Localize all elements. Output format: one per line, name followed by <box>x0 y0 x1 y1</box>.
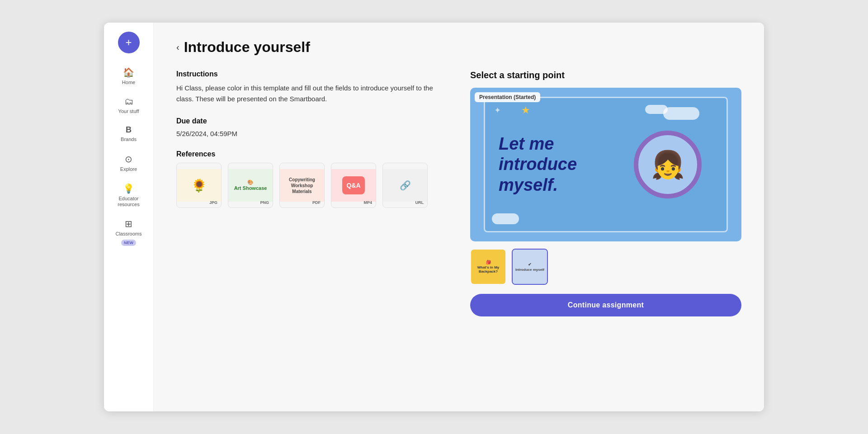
reference-pdf[interactable]: Copywriting Workshop Materials PDF <box>279 163 325 208</box>
explore-icon: ⊙ <box>125 154 132 165</box>
thumbnail-yellow-content: 🎒What's in My Backpack? <box>471 250 505 284</box>
back-button[interactable]: ‹ <box>176 42 179 52</box>
classrooms-new-badge: NEW <box>121 240 136 246</box>
brands-icon: B <box>126 125 132 135</box>
presentation-inner: ✦ ★ Let me introduce myself. 👧 <box>484 97 728 232</box>
sidebar-item-educator-resources[interactable]: 💡 Educator resources <box>108 179 149 212</box>
continue-assignment-button[interactable]: Continue assignment <box>470 294 741 316</box>
ref-url-type: URL <box>415 200 424 205</box>
main-content: ‹ Introduce yourself Instructions Hi Cla… <box>154 23 764 411</box>
page-title: Introduce yourself <box>184 39 310 56</box>
ref-pdf-thumbnail: Copywriting Workshop Materials <box>280 169 324 202</box>
reference-url[interactable]: 🔗 URL <box>382 163 428 208</box>
sidebar-item-home[interactable]: 🏠 Home <box>108 62 149 90</box>
presentation-text: Let me introduce myself. <box>499 134 617 196</box>
left-panel: Instructions Hi Class, please color in t… <box>176 70 443 208</box>
reference-mp4[interactable]: Q&A MP4 <box>331 163 376 208</box>
thumbnail-blue-content: ✔Introduce myself <box>513 250 547 284</box>
due-date-label: Due date <box>176 117 443 125</box>
thumbnail-blue[interactable]: ✔Introduce myself <box>512 249 548 285</box>
character-area: 👧 <box>623 107 713 222</box>
right-panel: Select a starting point Presentation (St… <box>470 70 741 316</box>
ref-url-thumbnail: 🔗 <box>383 169 427 202</box>
instructions-text: Hi Class, please color in this template … <box>176 83 443 104</box>
sidebar-item-brands-label: Brands <box>121 137 137 142</box>
reference-jpg[interactable]: 🌻 JPG <box>176 163 222 208</box>
reference-png[interactable]: 🎨Art Showcase PNG <box>228 163 273 208</box>
sidebar-item-classrooms-label: Classrooms <box>115 231 142 237</box>
character-face: 👧 <box>651 149 685 181</box>
your-stuff-icon: 🗂 <box>124 96 133 107</box>
sidebar-item-classrooms[interactable]: ⊞ Classrooms NEW <box>108 214 149 250</box>
references-grid: 🌻 JPG 🎨Art Showcase PNG Co <box>176 163 443 208</box>
magnifier: 👧 <box>634 131 702 198</box>
ref-png-thumbnail: 🎨Art Showcase <box>228 169 273 202</box>
cloud-deco-1 <box>492 213 519 224</box>
star-deco-2: ★ <box>521 104 530 116</box>
add-button[interactable]: + <box>118 32 140 53</box>
star-deco-1: ✦ <box>494 105 501 115</box>
thumbnails-row: 🎒What's in My Backpack? ✔Introduce mysel… <box>470 249 741 285</box>
home-icon: 🏠 <box>123 67 134 78</box>
due-date-value: 5/26/2024, 04:59PM <box>176 130 443 137</box>
classrooms-icon: ⊞ <box>125 218 132 229</box>
instructions-label: Instructions <box>176 70 443 78</box>
sidebar-item-your-stuff[interactable]: 🗂 Your stuff <box>108 92 149 119</box>
starting-point-title: Select a starting point <box>470 70 741 80</box>
references-label: References <box>176 150 443 158</box>
ref-jpg-type: JPG <box>209 200 217 205</box>
content-layout: Instructions Hi Class, please color in t… <box>176 70 741 316</box>
qa-icon: Q&A <box>342 176 365 194</box>
ref-png-type: PNG <box>260 200 269 205</box>
ref-pdf-type: PDF <box>312 200 321 205</box>
sidebar-item-explore-label: Explore <box>120 166 137 172</box>
sidebar-item-educator-resources-label: Educator resources <box>112 196 146 208</box>
sidebar-item-home-label: Home <box>122 80 135 85</box>
presentation-card: ✦ ★ Let me introduce myself. 👧 <box>470 88 741 241</box>
ref-mp4-type: MP4 <box>363 200 372 205</box>
plus-icon: + <box>125 37 132 48</box>
page-header: ‹ Introduce yourself <box>176 39 741 56</box>
sidebar-item-your-stuff-label: Your stuff <box>118 108 139 114</box>
thumbnail-yellow[interactable]: 🎒What's in My Backpack? <box>470 249 506 285</box>
educator-resources-icon: 💡 <box>123 183 134 194</box>
ref-mp4-thumbnail: Q&A <box>331 169 376 202</box>
sidebar-item-brands[interactable]: B Brands <box>108 121 149 147</box>
main-preview: Presentation (Started) ✦ ★ Let me introd… <box>470 88 741 241</box>
preview-label: Presentation (Started) <box>475 92 540 102</box>
ref-jpg-thumbnail: 🌻 <box>177 169 221 202</box>
sidebar-item-explore[interactable]: ⊙ Explore <box>108 149 149 177</box>
sidebar: + 🏠 Home 🗂 Your stuff B Brands ⊙ Explore… <box>104 23 154 411</box>
